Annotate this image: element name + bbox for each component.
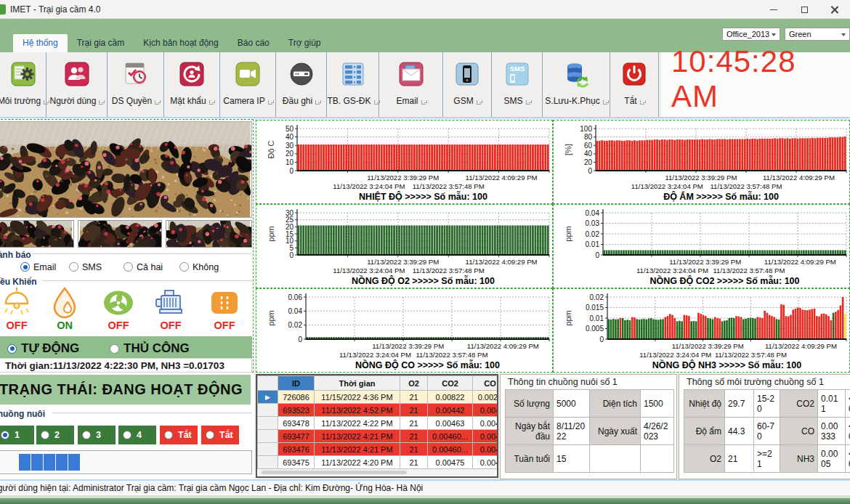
info-label: Độ ẩm xyxy=(684,418,725,445)
table-cell xyxy=(258,417,278,430)
camera-main-view[interactable] xyxy=(0,121,252,218)
toolbar-item-permissions[interactable]: DS Quyền xyxy=(108,52,164,117)
tab-4[interactable]: Báo cáo xyxy=(228,34,279,52)
fan-control-button[interactable] xyxy=(102,286,139,320)
tab-5[interactable]: Trợ giúp xyxy=(279,34,331,52)
theme-style-dropdown[interactable]: Office_2013 xyxy=(722,28,780,41)
status-bar: Người dùng hiện tại: Administrator Trại … xyxy=(0,479,850,495)
toolbar-item-password[interactable]: Mật khẩu xyxy=(164,52,220,117)
table-cell xyxy=(258,404,278,417)
dialog-launcher-icon[interactable] xyxy=(603,100,607,105)
toolbar-item-label: GSM xyxy=(453,96,480,106)
toolbar-item-camera[interactable]: Camera IP xyxy=(220,52,276,117)
svg-text:NHIỆT ĐỘ >>>>> Số mẫu: 100: NHIỆT ĐỘ >>>>> Số mẫu: 100 xyxy=(359,191,487,202)
svg-text:11/13/2022 3:57:48 PM: 11/13/2022 3:57:48 PM xyxy=(413,267,485,275)
toolbar-item-email[interactable]: Email xyxy=(379,52,443,117)
motor-control-button[interactable] xyxy=(154,286,192,320)
table-header-selector[interactable] xyxy=(258,376,278,391)
svg-text:NỒNG ĐỘ CO2 >>>>> Số mẫu: 10: NỒNG ĐỘ CO2 >>>>> Số mẫu: 100 xyxy=(650,275,800,286)
table-row[interactable]: 69347711/13/2022 4:21 PM210.00460...0.00… xyxy=(258,430,499,443)
table-header-CO2[interactable]: CO2 xyxy=(428,376,473,391)
table-row[interactable]: 69347611/13/2022 4:21 PM210.00460...0.00… xyxy=(258,443,499,456)
water-control-button[interactable] xyxy=(48,286,86,320)
heater-control-button[interactable] xyxy=(208,286,246,320)
dialog-launcher-icon[interactable] xyxy=(99,100,103,105)
info-value xyxy=(641,445,674,473)
camera-thumbnail-2[interactable] xyxy=(78,220,162,248)
toolbar-item-power[interactable]: Tắt xyxy=(610,52,659,117)
env-info-panel: Thông số môi trường chuồng số 1 Nhiệt độ… xyxy=(679,374,850,479)
dialog-launcher-icon[interactable] xyxy=(155,100,159,105)
barn-button-4[interactable]: 4 xyxy=(118,426,156,444)
progress-block xyxy=(19,454,31,471)
svg-text:30: 30 xyxy=(286,209,294,217)
dialog-launcher-icon[interactable] xyxy=(374,100,379,105)
toolbar-item-users[interactable]: Người dùng xyxy=(46,52,108,117)
toolbar-item-recorder[interactable]: Đầu ghi xyxy=(276,52,327,117)
table-header-O2[interactable]: O2 xyxy=(400,376,428,391)
alert-option-sms[interactable]: SMS xyxy=(69,261,102,272)
table-row[interactable]: ▶72608611/15/2022 4:36 PM210.008220.0029 xyxy=(258,391,499,404)
minimize-button[interactable] xyxy=(758,0,789,19)
camera-icon xyxy=(234,60,262,88)
table-header-ID[interactable]: ID xyxy=(278,376,315,391)
dialog-launcher-icon[interactable] xyxy=(209,100,214,105)
alerts-group-line xyxy=(32,253,252,254)
info-label: Ngày xuất xyxy=(590,418,641,445)
barn-button-1[interactable]: 1 xyxy=(0,426,34,444)
close-button[interactable] xyxy=(819,0,850,19)
table-row[interactable]: 69347511/13/2022 4:20 PM210.004750.004 xyxy=(258,456,499,469)
barn-button-2[interactable]: 2 xyxy=(36,426,74,444)
barn-button-5[interactable]: Tắt xyxy=(160,426,198,444)
chevron-down-icon xyxy=(841,33,846,36)
maximize-button[interactable] xyxy=(789,0,819,19)
tab-1[interactable]: Hệ thống xyxy=(13,34,68,52)
camera-thumbnail-1[interactable] xyxy=(0,220,74,248)
tab-2[interactable]: Trại gia cầm xyxy=(68,34,134,52)
table-header-Thời gian[interactable]: Thời gian xyxy=(315,376,400,391)
info-range: <=0.05 xyxy=(846,418,850,445)
barn-buttons: 1234TắtTắt xyxy=(0,426,252,444)
tab-3[interactable]: Kịch bản hoạt động xyxy=(134,34,227,52)
table-row[interactable]: 69347811/13/2022 4:22 PM210.004630.004 xyxy=(258,417,499,430)
toolbar-item-backup[interactable]: S.Lưu-K.Phục xyxy=(543,52,610,117)
table-header-CO[interactable]: CO xyxy=(473,376,499,391)
dialog-launcher-icon[interactable] xyxy=(315,100,320,105)
clock-panel: 10:45:28 AM xyxy=(661,52,850,117)
permissions-icon xyxy=(122,60,150,88)
barn-button-3[interactable]: 3 xyxy=(78,426,116,444)
mode-option-2[interactable]: THỦ CÔNG xyxy=(110,341,190,356)
alert-option-cả-hai[interactable]: Cả hai xyxy=(124,261,163,272)
info-label: CO2 xyxy=(780,390,818,418)
toolbar-item-devices[interactable]: TB. GS-ĐK xyxy=(327,52,379,117)
motor-state-label: OFF xyxy=(149,320,193,331)
theme-color-dropdown[interactable]: Green xyxy=(785,28,850,41)
barn-button-6[interactable]: Tắt xyxy=(201,426,239,444)
dialog-launcher-icon[interactable] xyxy=(640,100,644,105)
dialog-launcher-icon[interactable] xyxy=(268,100,272,105)
table-cell: 0.004 xyxy=(473,456,499,469)
camera-thumbnail-3[interactable] xyxy=(166,220,252,248)
barns-group-line xyxy=(52,412,252,413)
table-row[interactable]: 69352311/13/2022 4:52 PM210.004420.004 xyxy=(258,404,499,417)
radio-icon xyxy=(20,262,30,272)
toolbar-item-gsm[interactable]: GSM xyxy=(443,52,492,117)
email-icon xyxy=(397,60,425,88)
svg-text:80: 80 xyxy=(584,133,593,141)
alert-option-không[interactable]: Không xyxy=(179,261,219,272)
dialog-launcher-icon[interactable] xyxy=(526,100,530,105)
svg-text:ppm: ppm xyxy=(564,310,572,325)
dialog-launcher-icon[interactable] xyxy=(477,100,481,105)
lamp-control-button[interactable] xyxy=(0,286,38,320)
table-h-scrollbar[interactable] xyxy=(259,469,495,476)
svg-text:11/13/2022 3:24:04 PM: 11/13/2022 3:24:04 PM xyxy=(339,351,411,359)
svg-text:11/13/2022 3:57:48 PM: 11/13/2022 3:57:48 PM xyxy=(713,267,785,275)
svg-text:10: 10 xyxy=(286,237,294,245)
mode-option-1[interactable]: TỰ ĐỘNG xyxy=(7,341,79,356)
sms-icon: SMS xyxy=(503,60,531,88)
toolbar-item-sms[interactable]: SMSSMS xyxy=(492,52,543,117)
dialog-launcher-icon[interactable] xyxy=(421,100,426,105)
toolbar-item-environment[interactable]: Môi trường xyxy=(0,52,46,117)
alert-option-email[interactable]: Email xyxy=(20,261,56,272)
svg-text:0.01: 0.01 xyxy=(586,240,600,248)
